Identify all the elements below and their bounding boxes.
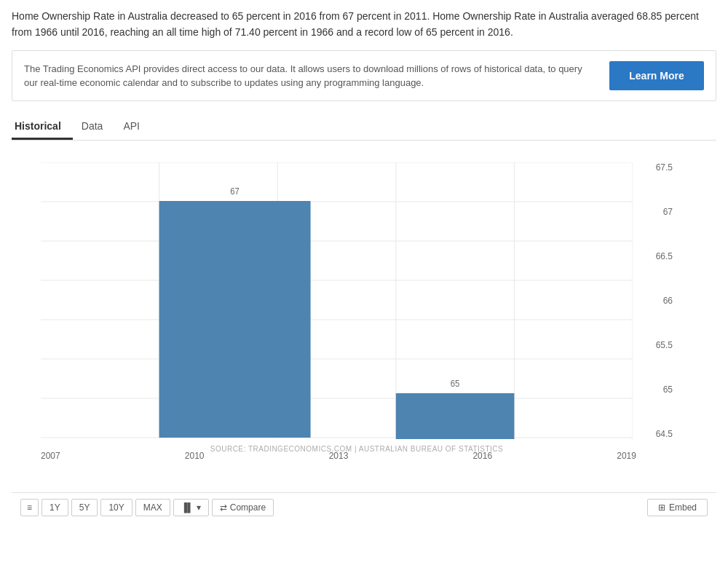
tabs-bar: Historical Data API	[12, 114, 716, 141]
x-label-2007: 2007	[41, 451, 60, 461]
chart-type-icon: ▐▌	[181, 502, 194, 513]
x-axis: 2007 2010 2013 2016 2019	[41, 451, 636, 461]
svg-text:65: 65	[451, 379, 460, 388]
bar-2011	[159, 201, 311, 438]
api-banner-text: The Trading Economics API provides direc…	[24, 62, 595, 90]
tab-historical[interactable]: Historical	[12, 114, 73, 140]
bottom-toolbar: ≡ 1Y 5Y 10Y MAX ▐▌ ▾ ⇄ Compare ⊞ Embed	[12, 492, 716, 522]
range-max-button[interactable]: MAX	[135, 499, 170, 516]
y-label-66: 66	[663, 296, 673, 306]
embed-label: Embed	[669, 502, 697, 513]
table-view-button[interactable]: ≡	[20, 499, 39, 516]
x-label-2019: 2019	[617, 451, 636, 461]
y-label-675: 67.5	[656, 162, 673, 173]
y-label-665: 66.5	[656, 251, 673, 261]
x-label-2013: 2013	[329, 451, 349, 461]
tab-data[interactable]: Data	[79, 114, 115, 140]
learn-more-button[interactable]: Learn More	[609, 61, 704, 90]
chart-type-button[interactable]: ▐▌ ▾	[173, 499, 209, 516]
description-text: Home Ownership Rate in Australia decreas…	[12, 9, 716, 40]
chart-area: 67 65 67.5 67 66.5 66 65.5 65 64.5	[12, 148, 716, 489]
range-1y-button[interactable]: 1Y	[41, 499, 68, 516]
y-label-645: 64.5	[656, 429, 673, 439]
y-label-655: 65.5	[656, 340, 673, 350]
chart-container: 67 65 67.5 67 66.5 66 65.5 65 64.5	[41, 162, 673, 439]
x-label-2010: 2010	[185, 451, 205, 461]
compare-button[interactable]: ⇄ Compare	[212, 499, 274, 516]
tab-api[interactable]: API	[120, 114, 151, 140]
api-banner: The Trading Economics API provides direc…	[12, 50, 716, 101]
y-axis: 67.5 67 66.5 66 65.5 65 64.5	[636, 162, 673, 439]
x-label-2016: 2016	[472, 451, 492, 461]
compare-icon: ⇄	[220, 502, 227, 513]
svg-text:67: 67	[230, 186, 240, 196]
range-5y-button[interactable]: 5Y	[71, 499, 98, 516]
chart-svg: 67 65	[41, 162, 633, 439]
y-label-67: 67	[663, 207, 673, 217]
embed-button[interactable]: ⊞ Embed	[647, 499, 708, 516]
embed-icon: ⊞	[658, 502, 665, 513]
chart-type-arrow: ▾	[197, 502, 201, 513]
compare-label: Compare	[230, 502, 266, 513]
range-10y-button[interactable]: 10Y	[100, 499, 132, 516]
y-label-65: 65	[663, 384, 673, 395]
bar-2016	[396, 393, 515, 439]
